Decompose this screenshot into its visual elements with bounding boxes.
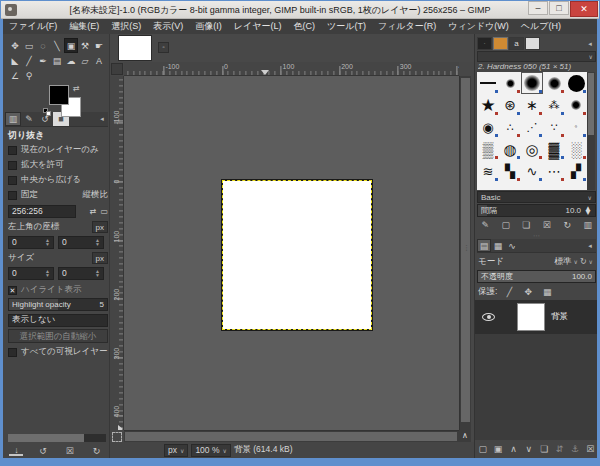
brush-cell-3[interactable] <box>543 72 565 94</box>
zoom-tool[interactable]: ⚲ <box>22 68 36 83</box>
navigation-button[interactable]: ∧ <box>459 430 471 442</box>
tab-brushes[interactable]: · <box>477 37 492 50</box>
aspect-swap-icon[interactable]: ⇄ <box>90 207 97 216</box>
menu-filters[interactable]: フィルター(R) <box>372 19 442 34</box>
menu-edit[interactable]: 編集(E) <box>63 19 105 34</box>
current-layer-only-checkbox[interactable] <box>8 146 17 155</box>
new-layer-icon[interactable]: ▢ <box>476 443 490 456</box>
brush-grid-scrollbar[interactable] <box>587 72 595 190</box>
new-layer-group-icon[interactable]: ▣ <box>491 443 505 456</box>
bucket-fill-tool[interactable]: ◣ <box>8 53 22 68</box>
merged-checkbox[interactable] <box>8 348 17 357</box>
horizontal-ruler[interactable]: -1000100200300400 <box>124 62 459 76</box>
fixed-aspect-dropdown[interactable]: 縦横比 <box>83 189 109 201</box>
layer-thumbnail[interactable] <box>517 303 545 331</box>
layer-opacity-slider[interactable]: 不透明度 100.0 <box>477 270 596 283</box>
brush-cell-11[interactable]: ∴ <box>499 116 521 138</box>
tab-paths[interactable]: ∿ <box>505 239 519 252</box>
menu-tools[interactable]: ツール(T) <box>321 19 372 34</box>
paintbrush-tool[interactable]: ╱ <box>22 53 36 68</box>
swap-colors-icon[interactable]: ⇄ <box>73 84 80 93</box>
orientation-icon[interactable]: ▭ <box>100 207 108 216</box>
brush-cell-22[interactable]: ∿ <box>521 160 543 182</box>
ink-tool[interactable]: ✒ <box>36 53 50 68</box>
menu-layer[interactable]: レイヤー(L) <box>228 19 288 34</box>
tab-device-status[interactable]: ✎ <box>21 112 37 126</box>
free-select-tool[interactable]: ◌ <box>36 38 50 53</box>
position-unit-dropdown[interactable]: px <box>92 221 108 233</box>
anchor-layer-icon[interactable]: ⚓ <box>568 443 582 456</box>
crop-tool[interactable]: ▣ <box>64 38 78 53</box>
delete-tool-preset-icon[interactable]: ☒ <box>63 445 77 458</box>
reset-tool-options-icon[interactable]: ↻ <box>90 445 104 458</box>
eraser-tool[interactable]: ▱ <box>78 53 92 68</box>
refresh-brushes-icon[interactable]: ↻ <box>560 219 574 232</box>
duplicate-layer-icon[interactable]: ❏ <box>537 443 551 456</box>
size-unit-dropdown[interactable]: px <box>92 252 108 264</box>
smudge-tool[interactable]: ☁ <box>64 53 78 68</box>
minimize-button[interactable]: – <box>528 1 548 15</box>
tab-layers[interactable]: ▤ <box>477 239 491 252</box>
text-tool[interactable]: A <box>92 53 106 68</box>
aspect-ratio-input[interactable]: 256:256 <box>8 205 76 218</box>
brush-cell-19[interactable]: ░ <box>565 138 587 160</box>
menu-view[interactable]: 表示(V) <box>147 19 189 34</box>
layers-dock-menu-button[interactable]: ◂ <box>584 240 596 252</box>
menu-help[interactable]: ヘルプ(H) <box>515 19 567 34</box>
merge-layer-icon[interactable]: ⇵ <box>553 443 567 456</box>
title-bar[interactable]: [名称未設定]-1.0 (RGBカラー 8-bit gamma integer,… <box>1 1 599 19</box>
brush-cell-8[interactable]: ⁂ <box>543 94 565 116</box>
lower-layer-icon[interactable]: ∨ <box>522 443 536 456</box>
handle-transform-tool[interactable]: ☛ <box>92 38 106 53</box>
delete-layer-icon[interactable]: ☒ <box>583 443 597 456</box>
highlight-opacity-slider[interactable]: Highlight opacity 5 <box>8 298 108 311</box>
maximize-button[interactable]: □ <box>549 1 569 15</box>
quick-mask-toggle[interactable] <box>112 432 122 442</box>
tab-document-history[interactable] <box>525 37 540 50</box>
duplicate-brush-icon[interactable]: ❏ <box>519 219 533 232</box>
close-button[interactable]: ✕ <box>570 1 598 17</box>
delete-brush-icon[interactable]: ☒ <box>540 219 554 232</box>
layer-mode-dropdown[interactable]: 標準∨ ↻∨ <box>554 256 595 268</box>
brush-cell-9[interactable] <box>565 94 587 116</box>
brush-cell-17[interactable]: ◎ <box>521 138 543 160</box>
tab-tool-options[interactable]: ▥ <box>5 112 21 126</box>
layer-row-background[interactable]: 背景 <box>475 300 597 334</box>
default-colors-icon[interactable] <box>43 108 52 117</box>
allow-growing-checkbox[interactable] <box>8 161 17 170</box>
menu-file[interactable]: ファイル(F) <box>3 19 63 34</box>
tab-patterns[interactable] <box>493 37 508 50</box>
brush-cell-15[interactable]: ▒ <box>477 138 499 160</box>
image-tab-thumbnail[interactable] <box>118 35 152 61</box>
tab-channels[interactable]: ▦ <box>491 239 505 252</box>
brush-cell-4[interactable] <box>565 72 587 94</box>
brush-dock-menu-button[interactable]: ◂ <box>584 38 596 50</box>
brush-cell-16[interactable]: ◍ <box>499 138 521 160</box>
rectangle-select-tool[interactable]: ▭ <box>22 38 36 53</box>
move-tool[interactable]: ✥ <box>8 38 22 53</box>
size-x-spinner[interactable]: 0▲▼ <box>8 267 54 280</box>
brush-cell-21[interactable]: ▚ <box>499 160 521 182</box>
menu-image[interactable]: 画像(I) <box>189 19 228 34</box>
menu-select[interactable]: 選択(S) <box>105 19 147 34</box>
lock-pixels-icon[interactable]: ╱ <box>502 285 516 298</box>
foreground-color-swatch[interactable] <box>49 85 69 105</box>
transform-tool[interactable]: ⚒ <box>78 38 92 53</box>
brush-cell-13[interactable]: ∵ <box>543 116 565 138</box>
guides-dropdown[interactable]: 表示しない <box>8 314 108 327</box>
highlight-checkbox[interactable]: ✕ <box>8 286 17 295</box>
open-brush-icon[interactable]: ▥ <box>581 219 595 232</box>
brush-cell-6[interactable]: ⊛ <box>499 94 521 116</box>
zoom-dropdown[interactable]: 100 %∨ <box>191 444 231 457</box>
horizontal-scrollbar[interactable] <box>124 430 459 442</box>
save-tool-preset-icon[interactable]: ↓ <box>9 447 23 456</box>
restore-tool-preset-icon[interactable]: ↺ <box>36 445 50 458</box>
brush-cell-10[interactable]: ◉ <box>477 116 499 138</box>
unit-dropdown[interactable]: px∨ <box>164 444 188 457</box>
brush-cell-7[interactable]: ∗ <box>521 94 543 116</box>
brush-cell-18[interactable]: ▓ <box>543 138 565 160</box>
ruler-corner-button[interactable] <box>111 63 123 75</box>
measure-tool[interactable]: ∠ <box>8 68 22 83</box>
layer-visibility-eye-icon[interactable] <box>482 313 495 321</box>
brush-cell-20[interactable]: ≋ <box>477 160 499 182</box>
